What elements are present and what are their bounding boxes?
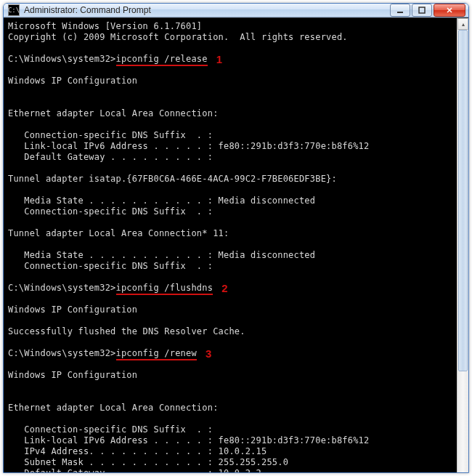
line: Windows IP Configuration <box>8 370 137 380</box>
window-title: Administrator: Command Prompt <box>24 5 390 15</box>
prompt: C:\Windows\system32> <box>8 283 116 293</box>
line: Windows IP Configuration <box>8 76 137 86</box>
command-prompt-window: C:\ Administrator: Command Prompt Micros… <box>3 3 469 473</box>
line: Connection-specific DNS Suffix . : <box>8 206 213 217</box>
svg-rect-0 <box>397 12 403 13</box>
svg-rect-1 <box>419 7 425 13</box>
command-1: ipconfig /release <box>116 54 208 66</box>
line: Copyright (c) 2009 Microsoft Corporation… <box>8 32 348 42</box>
minimize-button[interactable] <box>390 4 410 17</box>
window-controls <box>390 4 465 17</box>
prompt: C:\Windows\system32> <box>8 348 116 358</box>
client-area: Microsoft Windows [Version 6.1.7601] Cop… <box>4 17 468 473</box>
scroll-track[interactable] <box>457 30 468 473</box>
line: Media State . . . . . . . . . . . : Medi… <box>8 195 315 206</box>
line: Ethernet adapter Local Area Connection: <box>8 403 219 413</box>
line: Link-local IPv6 Address . . . . . : fe80… <box>8 435 369 445</box>
line: Ethernet adapter Local Area Connection: <box>8 108 219 118</box>
line: Successfully flushed the DNS Resolver Ca… <box>8 326 245 336</box>
line: Subnet Mask . . . . . . . . . . . : 255.… <box>8 457 288 467</box>
line: Default Gateway . . . . . . . . . : 10.0… <box>8 468 261 473</box>
close-button[interactable] <box>434 4 465 17</box>
line: IPv4 Address. . . . . . . . . . . : 10.0… <box>8 446 266 456</box>
scroll-thumb[interactable] <box>458 30 468 371</box>
line: Tunnel adapter Local Area Connection* 11… <box>8 228 229 238</box>
cmd-icon: C:\ <box>8 4 20 16</box>
line: Connection-specific DNS Suffix . : <box>8 130 213 140</box>
line: Connection-specific DNS Suffix . : <box>8 424 213 435</box>
line: Windows IP Configuration <box>8 304 137 315</box>
scroll-up-button[interactable]: ▴ <box>457 18 468 30</box>
command-2: ipconfig /flushdns <box>116 283 213 295</box>
scrollbar[interactable]: ▴ ▾ <box>457 18 468 473</box>
console-output[interactable]: Microsoft Windows [Version 6.1.7601] Cop… <box>4 18 457 473</box>
annotation-2: 2 <box>221 283 228 294</box>
line: Default Gateway . . . . . . . . . : <box>8 152 213 162</box>
annotation-3: 3 <box>206 348 212 359</box>
line: Connection-specific DNS Suffix . : <box>8 261 213 271</box>
line: Link-local IPv6 Address . . . . . : fe80… <box>8 141 369 151</box>
prompt: C:\Windows\system32> <box>8 54 116 64</box>
line: Microsoft Windows [Version 6.1.7601] <box>8 21 202 31</box>
maximize-button[interactable] <box>412 4 432 17</box>
titlebar[interactable]: C:\ Administrator: Command Prompt <box>4 4 468 17</box>
annotation-1: 1 <box>216 54 223 65</box>
command-3: ipconfig /renew <box>116 348 197 360</box>
line: Media State . . . . . . . . . . . : Medi… <box>8 250 315 260</box>
line: Tunnel adapter isatap.{67FB0C6A-466E-4AC… <box>8 174 337 184</box>
